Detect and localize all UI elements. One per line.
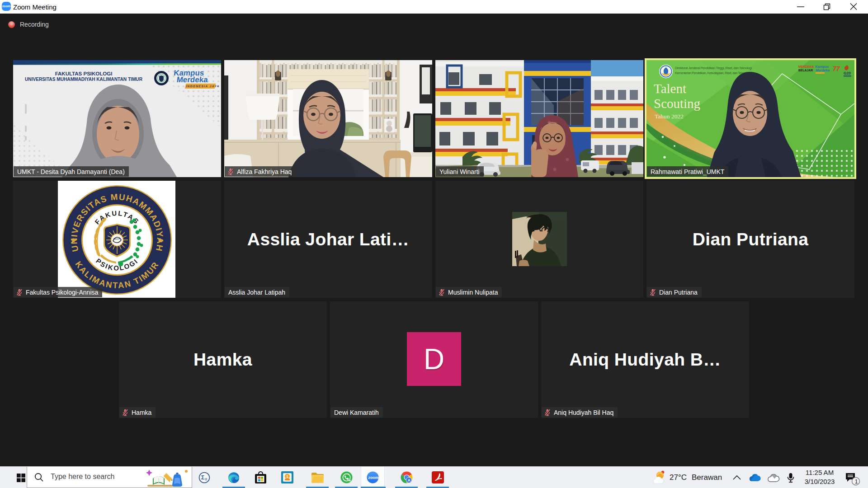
svg-text:FAKULTAS PSIKOLOGI: FAKULTAS PSIKOLOGI (55, 71, 113, 76)
svg-text:Kementerian Pendidikan, Kebuda: Kementerian Pendidikan, Kebudayaan, Rise… (675, 71, 750, 75)
svg-text:A: A (408, 478, 411, 483)
svg-text:BELAJAR: BELAJAR (798, 69, 813, 72)
svg-text:1: 1 (855, 479, 858, 485)
svg-text:MERDEKA: MERDEKA (798, 65, 814, 68)
svg-text:★: ★ (157, 236, 163, 244)
svg-text:Scouting: Scouting (654, 96, 700, 111)
svg-text:α: α (205, 477, 207, 481)
svg-text:zoom: zoom (368, 475, 379, 480)
svg-text:Talent: Talent (654, 81, 686, 96)
svg-text:G20: G20 (844, 71, 851, 75)
svg-text:UNIVERSITAS MUHAMMADIYAH KALIM: UNIVERSITAS MUHAMMADIYAH KALIMANTAN TIMU… (25, 76, 142, 82)
svg-text:1: 1 (286, 474, 288, 479)
svg-text:★: ★ (70, 236, 76, 244)
svg-text:Tahun 2022: Tahun 2022 (655, 113, 684, 120)
svg-text:INDONESIA JAYA: INDONESIA JAYA (186, 85, 220, 88)
svg-text:Merdeka: Merdeka (176, 75, 208, 84)
svg-text:Merdeka: Merdeka (816, 68, 830, 72)
svg-text:77: 77 (833, 65, 840, 72)
svg-text:Σ: Σ (201, 474, 204, 481)
svg-text:Direktorat Jenderal Pendidikan: Direktorat Jenderal Pendidikan Tinggi, R… (675, 66, 752, 70)
